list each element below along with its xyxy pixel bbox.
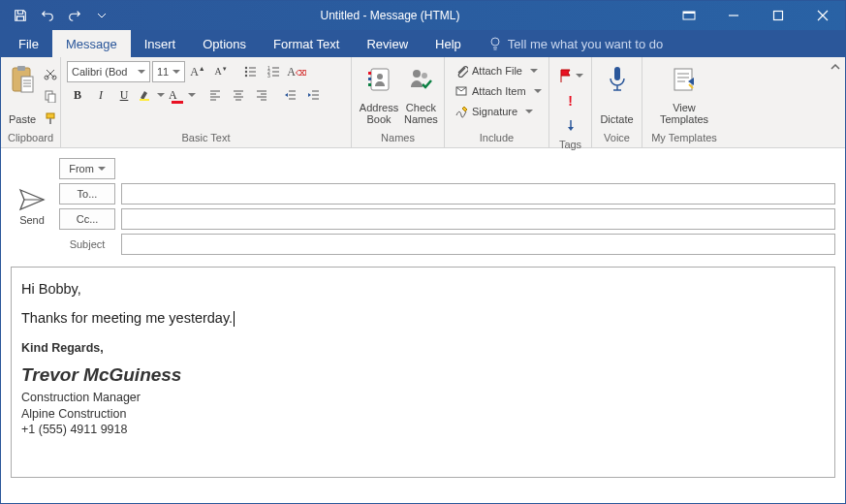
address-book-button[interactable]: Address Book <box>358 61 400 127</box>
ribbon-tabs: File Message Insert Options Format Text … <box>1 30 845 57</box>
body-line-1: Hi Bobby, <box>21 281 825 297</box>
chevron-down-icon <box>138 70 145 74</box>
tab-file[interactable]: File <box>5 30 52 57</box>
tab-insert[interactable]: Insert <box>131 30 190 57</box>
include-group-label: Include <box>451 130 543 145</box>
ribbon: Paste Clipboard Calibri (Bod 11 A▲ A▼ 12… <box>1 57 845 148</box>
svg-point-56 <box>422 73 427 79</box>
high-importance-icon[interactable]: ! <box>560 90 581 111</box>
view-templates-icon <box>671 63 698 96</box>
align-center-icon[interactable] <box>228 84 249 106</box>
cut-icon[interactable] <box>40 63 61 84</box>
format-painter-icon[interactable] <box>40 108 61 129</box>
signature-block: Kind Regards, Trevor McGuiness Construct… <box>21 340 825 438</box>
group-clipboard: Paste Clipboard <box>1 57 61 147</box>
increase-indent-icon[interactable] <box>303 84 325 106</box>
address-book-label: Address Book <box>360 102 398 125</box>
maximize-icon[interactable] <box>756 1 800 30</box>
lightbulb-icon <box>488 37 502 50</box>
numbering-icon[interactable]: 123 <box>263 61 284 82</box>
font-size-combo[interactable]: 11 <box>152 61 185 82</box>
group-include: Attach File Attach Item Signature Includ… <box>445 57 549 147</box>
chevron-down-icon <box>576 74 583 78</box>
message-body[interactable]: Hi Bobby, Thanks for meeting me yesterda… <box>11 267 835 478</box>
quick-access-toolbar <box>1 4 113 27</box>
low-importance-icon[interactable] <box>560 115 581 137</box>
group-tags: ! Tags <box>549 57 592 147</box>
chevron-down-icon <box>525 110 533 113</box>
attach-file-button[interactable]: Attach File <box>451 61 542 80</box>
chevron-down-icon <box>188 93 196 97</box>
align-right-icon[interactable] <box>251 84 272 106</box>
microphone-icon <box>606 63 629 96</box>
group-basic-text: Calibri (Bod 11 A▲ A▼ 123 A⌫ B I U A <box>61 57 352 147</box>
copy-icon[interactable] <box>40 85 61 107</box>
follow-up-flag-icon[interactable] <box>557 65 584 86</box>
bullets-icon[interactable] <box>239 61 261 82</box>
svg-text:3: 3 <box>267 73 270 79</box>
chevron-down-icon <box>98 167 106 171</box>
qat-customize-icon[interactable] <box>90 4 113 27</box>
svg-point-19 <box>245 67 247 69</box>
paste-icon <box>10 63 35 96</box>
svg-point-54 <box>377 74 383 79</box>
svg-point-55 <box>413 70 421 78</box>
chevron-down-icon <box>172 70 180 74</box>
dictate-button[interactable]: Dictate <box>598 61 636 127</box>
send-button[interactable]: Send <box>11 158 53 255</box>
chevron-down-icon <box>534 89 542 93</box>
paperclip-icon <box>454 64 468 78</box>
tab-review[interactable]: Review <box>353 30 422 57</box>
close-icon[interactable] <box>800 1 845 30</box>
italic-button[interactable]: I <box>90 84 111 106</box>
align-left-icon[interactable] <box>204 84 226 106</box>
redo-icon[interactable] <box>63 4 86 27</box>
check-names-button[interactable]: Check Names <box>402 61 440 127</box>
svg-rect-18 <box>49 118 51 124</box>
attach-item-button[interactable]: Attach Item <box>451 81 546 101</box>
from-button[interactable]: From <box>59 158 115 179</box>
increase-font-icon[interactable]: A▲ <box>187 61 208 82</box>
paste-label: Paste <box>9 113 36 125</box>
body-line-2: Thanks for meeting me yesterday. <box>21 310 825 327</box>
message-header: Send From To... Cc... Subject <box>11 158 835 255</box>
signature-button[interactable]: Signature <box>451 102 537 121</box>
clipboard-group-label: Clipboard <box>7 130 54 145</box>
to-button[interactable]: To... <box>59 183 115 205</box>
undo-icon[interactable] <box>36 4 59 27</box>
tell-me-search[interactable]: Tell me what you want to do <box>475 30 663 57</box>
bold-button[interactable]: B <box>67 84 88 106</box>
ribbon-display-icon[interactable] <box>667 1 711 30</box>
tab-help[interactable]: Help <box>422 30 475 57</box>
subject-field[interactable] <box>121 234 835 255</box>
paste-button[interactable]: Paste <box>7 61 38 127</box>
svg-point-21 <box>245 71 247 73</box>
chevron-down-icon <box>157 93 165 97</box>
group-names: Address Book Check Names Names <box>352 57 445 147</box>
my-templates-group-label: My Templates <box>648 130 720 145</box>
svg-rect-9 <box>21 77 33 92</box>
tab-options[interactable]: Options <box>189 30 260 57</box>
tab-message[interactable]: Message <box>52 30 131 57</box>
dictate-label: Dictate <box>600 113 633 125</box>
view-templates-label: View Templates <box>660 102 708 125</box>
underline-button[interactable]: U <box>113 84 135 106</box>
cc-field[interactable] <box>121 208 835 230</box>
tell-me-label: Tell me what you want to do <box>508 37 663 51</box>
to-field[interactable] <box>121 183 835 205</box>
font-color-icon[interactable]: A <box>168 84 197 106</box>
group-my-templates: View Templates My Templates <box>642 57 726 147</box>
decrease-font-icon[interactable]: A▼ <box>210 61 232 82</box>
view-templates-button[interactable]: View Templates <box>655 61 713 127</box>
font-family-combo[interactable]: Calibri (Bod <box>67 61 150 82</box>
decrease-indent-icon[interactable] <box>280 84 301 106</box>
cc-button[interactable]: Cc... <box>59 208 115 230</box>
title-bar: Untitled - Message (HTML) <box>1 1 845 30</box>
collapse-ribbon-icon[interactable] <box>830 61 841 73</box>
clear-formatting-icon[interactable]: A⌫ <box>286 61 307 82</box>
tab-format-text[interactable]: Format Text <box>260 30 353 57</box>
highlight-icon[interactable] <box>137 84 166 106</box>
minimize-icon[interactable] <box>711 1 756 30</box>
tags-group-label: Tags <box>555 137 585 150</box>
save-icon[interactable] <box>9 4 32 27</box>
